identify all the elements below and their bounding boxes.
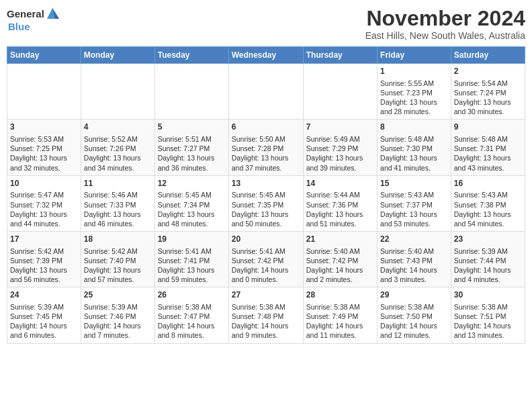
day-number: 8 <box>380 122 448 133</box>
day-number: 10 <box>10 179 78 189</box>
day-info: Sunrise: 5:39 AM Sunset: 7:46 PM Dayligh… <box>84 302 152 340</box>
day-info: Sunrise: 5:43 AM Sunset: 7:37 PM Dayligh… <box>380 190 448 228</box>
day-number: 27 <box>232 290 300 301</box>
calendar-cell: 29Sunrise: 5:38 AM Sunset: 7:50 PM Dayli… <box>378 287 451 343</box>
day-info: Sunrise: 5:45 AM Sunset: 7:34 PM Dayligh… <box>158 190 226 228</box>
weekday-header-row: SundayMondayTuesdayWednesdayThursdayFrid… <box>7 47 525 64</box>
calendar-cell <box>154 64 228 120</box>
day-info: Sunrise: 5:39 AM Sunset: 7:45 PM Dayligh… <box>10 302 78 340</box>
day-number: 1 <box>380 66 448 77</box>
calendar-cell: 7Sunrise: 5:49 AM Sunset: 7:29 PM Daylig… <box>303 120 377 175</box>
day-info: Sunrise: 5:53 AM Sunset: 7:25 PM Dayligh… <box>10 134 78 173</box>
calendar-body: 1Sunrise: 5:55 AM Sunset: 7:23 PM Daylig… <box>7 64 525 343</box>
calendar-cell: 12Sunrise: 5:45 AM Sunset: 7:34 PM Dayli… <box>154 175 228 231</box>
day-number: 12 <box>158 179 226 189</box>
day-info: Sunrise: 5:39 AM Sunset: 7:44 PM Dayligh… <box>454 246 522 285</box>
page-title: November 2024 <box>365 7 525 30</box>
day-number: 28 <box>306 290 374 301</box>
day-number: 9 <box>454 122 522 133</box>
calendar-cell: 1Sunrise: 5:55 AM Sunset: 7:23 PM Daylig… <box>378 64 451 120</box>
day-number: 7 <box>306 122 374 133</box>
day-number: 3 <box>10 122 78 133</box>
calendar-cell: 19Sunrise: 5:41 AM Sunset: 7:41 PM Dayli… <box>154 232 228 287</box>
week-row-5: 24Sunrise: 5:39 AM Sunset: 7:45 PM Dayli… <box>7 287 525 343</box>
day-info: Sunrise: 5:38 AM Sunset: 7:49 PM Dayligh… <box>306 302 374 340</box>
day-info: Sunrise: 5:43 AM Sunset: 7:38 PM Dayligh… <box>454 190 522 228</box>
calendar-cell <box>7 64 81 120</box>
day-info: Sunrise: 5:42 AM Sunset: 7:39 PM Dayligh… <box>10 246 78 285</box>
day-info: Sunrise: 5:47 AM Sunset: 7:32 PM Dayligh… <box>10 190 78 228</box>
calendar-cell: 8Sunrise: 5:48 AM Sunset: 7:30 PM Daylig… <box>378 120 451 175</box>
day-number: 17 <box>10 234 78 245</box>
day-info: Sunrise: 5:38 AM Sunset: 7:47 PM Dayligh… <box>158 302 226 340</box>
day-info: Sunrise: 5:51 AM Sunset: 7:27 PM Dayligh… <box>158 134 226 173</box>
day-info: Sunrise: 5:38 AM Sunset: 7:50 PM Dayligh… <box>380 302 448 340</box>
calendar-cell <box>303 64 377 120</box>
day-number: 22 <box>380 234 448 245</box>
calendar-cell: 11Sunrise: 5:46 AM Sunset: 7:33 PM Dayli… <box>81 175 154 231</box>
calendar-cell: 14Sunrise: 5:44 AM Sunset: 7:36 PM Dayli… <box>303 175 377 231</box>
calendar-cell: 27Sunrise: 5:38 AM Sunset: 7:48 PM Dayli… <box>228 287 303 343</box>
week-row-4: 17Sunrise: 5:42 AM Sunset: 7:39 PM Dayli… <box>7 232 525 287</box>
day-info: Sunrise: 5:48 AM Sunset: 7:31 PM Dayligh… <box>454 134 522 173</box>
calendar-cell: 4Sunrise: 5:52 AM Sunset: 7:26 PM Daylig… <box>81 120 154 175</box>
calendar-cell: 24Sunrise: 5:39 AM Sunset: 7:45 PM Dayli… <box>7 287 81 343</box>
day-number: 6 <box>232 122 300 133</box>
page-header: General Blue November 2024 East Hills, N… <box>7 7 525 41</box>
day-info: Sunrise: 5:55 AM Sunset: 7:23 PM Dayligh… <box>380 79 448 117</box>
weekday-friday: Friday <box>378 47 451 64</box>
title-block: November 2024 East Hills, New South Wale… <box>365 7 525 41</box>
day-info: Sunrise: 5:50 AM Sunset: 7:28 PM Dayligh… <box>232 134 300 173</box>
day-number: 15 <box>380 179 448 189</box>
calendar-cell: 21Sunrise: 5:40 AM Sunset: 7:42 PM Dayli… <box>303 232 377 287</box>
day-number: 21 <box>306 234 374 245</box>
calendar-cell: 16Sunrise: 5:43 AM Sunset: 7:38 PM Dayli… <box>451 175 525 231</box>
logo-general: General <box>7 9 44 20</box>
day-number: 5 <box>158 122 226 133</box>
calendar-cell: 30Sunrise: 5:38 AM Sunset: 7:51 PM Dayli… <box>451 287 525 343</box>
calendar-cell: 9Sunrise: 5:48 AM Sunset: 7:31 PM Daylig… <box>451 120 525 175</box>
week-row-3: 10Sunrise: 5:47 AM Sunset: 7:32 PM Dayli… <box>7 175 525 231</box>
day-number: 26 <box>158 290 226 301</box>
calendar-cell <box>81 64 154 120</box>
day-number: 23 <box>454 234 522 245</box>
calendar-cell: 23Sunrise: 5:39 AM Sunset: 7:44 PM Dayli… <box>451 232 525 287</box>
day-number: 4 <box>84 122 152 133</box>
calendar-cell: 17Sunrise: 5:42 AM Sunset: 7:39 PM Dayli… <box>7 232 81 287</box>
day-info: Sunrise: 5:40 AM Sunset: 7:42 PM Dayligh… <box>306 246 374 285</box>
weekday-sunday: Sunday <box>7 47 81 64</box>
day-info: Sunrise: 5:38 AM Sunset: 7:48 PM Dayligh… <box>232 302 300 340</box>
logo-icon <box>46 7 60 21</box>
day-info: Sunrise: 5:45 AM Sunset: 7:35 PM Dayligh… <box>232 190 300 228</box>
day-info: Sunrise: 5:48 AM Sunset: 7:30 PM Dayligh… <box>380 134 448 173</box>
calendar-cell: 22Sunrise: 5:40 AM Sunset: 7:43 PM Dayli… <box>378 232 451 287</box>
weekday-thursday: Thursday <box>303 47 377 64</box>
calendar-cell: 18Sunrise: 5:42 AM Sunset: 7:40 PM Dayli… <box>81 232 154 287</box>
day-number: 30 <box>454 290 522 301</box>
calendar-cell: 15Sunrise: 5:43 AM Sunset: 7:37 PM Dayli… <box>378 175 451 231</box>
day-info: Sunrise: 5:38 AM Sunset: 7:51 PM Dayligh… <box>454 302 522 340</box>
calendar-cell: 6Sunrise: 5:50 AM Sunset: 7:28 PM Daylig… <box>228 120 303 175</box>
weekday-monday: Monday <box>81 47 154 64</box>
day-info: Sunrise: 5:54 AM Sunset: 7:24 PM Dayligh… <box>454 79 522 117</box>
day-number: 2 <box>454 66 522 77</box>
calendar-cell: 28Sunrise: 5:38 AM Sunset: 7:49 PM Dayli… <box>303 287 377 343</box>
day-info: Sunrise: 5:52 AM Sunset: 7:26 PM Dayligh… <box>84 134 152 173</box>
day-number: 24 <box>10 290 78 301</box>
calendar-cell: 26Sunrise: 5:38 AM Sunset: 7:47 PM Dayli… <box>154 287 228 343</box>
calendar-cell: 10Sunrise: 5:47 AM Sunset: 7:32 PM Dayli… <box>7 175 81 231</box>
day-number: 16 <box>454 179 522 189</box>
weekday-wednesday: Wednesday <box>228 47 303 64</box>
day-number: 11 <box>84 179 152 189</box>
calendar-cell: 3Sunrise: 5:53 AM Sunset: 7:25 PM Daylig… <box>7 120 81 175</box>
calendar-cell: 5Sunrise: 5:51 AM Sunset: 7:27 PM Daylig… <box>154 120 228 175</box>
calendar-table: SundayMondayTuesdayWednesdayThursdayFrid… <box>7 46 525 343</box>
week-row-1: 1Sunrise: 5:55 AM Sunset: 7:23 PM Daylig… <box>7 64 525 120</box>
calendar-cell: 2Sunrise: 5:54 AM Sunset: 7:24 PM Daylig… <box>451 64 525 120</box>
day-number: 13 <box>232 179 300 189</box>
calendar-cell: 25Sunrise: 5:39 AM Sunset: 7:46 PM Dayli… <box>81 287 154 343</box>
calendar-cell: 13Sunrise: 5:45 AM Sunset: 7:35 PM Dayli… <box>228 175 303 231</box>
calendar-cell: 20Sunrise: 5:41 AM Sunset: 7:42 PM Dayli… <box>228 232 303 287</box>
day-number: 18 <box>84 234 152 245</box>
day-number: 29 <box>380 290 448 301</box>
